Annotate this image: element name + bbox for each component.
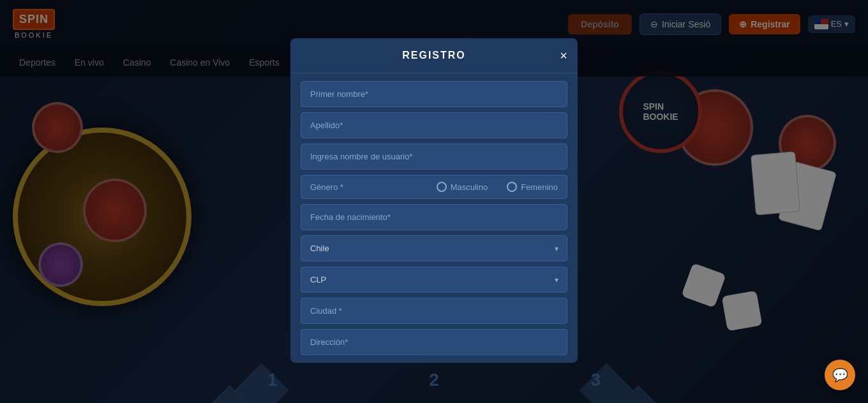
modal-title: REGISTRO [402, 50, 466, 61]
gender-row: Género * Masculino Femenino [301, 175, 567, 199]
gender-female-option[interactable]: Femenino [507, 182, 558, 192]
chat-icon: 💬 [832, 367, 848, 383]
last-name-input[interactable] [301, 112, 567, 138]
gender-female-label: Femenino [521, 182, 558, 192]
username-input[interactable] [301, 143, 567, 170]
gender-label: Género * [310, 182, 417, 192]
modal-overlay: REGISTRO × Género * Masculino Femenino [0, 0, 868, 403]
country-select-wrapper: Chile Argentina Perú ▾ [301, 235, 567, 261]
modal-body[interactable]: Género * Masculino Femenino Chile Argent… [290, 73, 578, 363]
gender-male-label: Masculino [451, 182, 488, 192]
address-input[interactable] [301, 329, 567, 355]
first-name-input[interactable] [301, 81, 567, 107]
city-input[interactable] [301, 298, 567, 324]
currency-select[interactable]: CLP USD [301, 267, 567, 293]
chat-button[interactable]: 💬 [825, 360, 855, 390]
country-select[interactable]: Chile Argentina Perú [301, 235, 567, 261]
gender-male-radio[interactable] [437, 182, 447, 192]
modal-close-button[interactable]: × [560, 49, 567, 62]
gender-male-option[interactable]: Masculino [437, 182, 488, 192]
gender-female-radio[interactable] [507, 182, 517, 192]
currency-select-wrapper: CLP USD ▾ [301, 267, 567, 293]
birthdate-input[interactable] [301, 204, 567, 230]
modal-header: REGISTRO × [290, 38, 578, 73]
registration-modal: REGISTRO × Género * Masculino Femenino [290, 38, 578, 363]
